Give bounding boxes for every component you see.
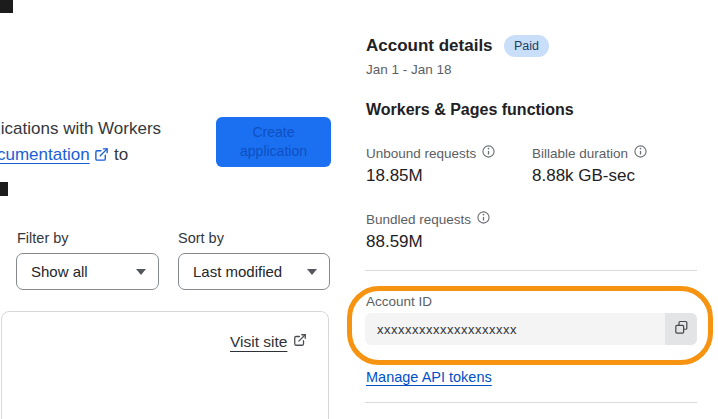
cropped-artifact-left-edge — [0, 182, 8, 196]
stat-label-text: Billable duration — [532, 146, 628, 161]
chevron-down-icon — [136, 269, 146, 275]
copy-icon — [673, 319, 690, 339]
info-icon[interactable] — [477, 211, 490, 227]
unbound-requests-value: 18.85M — [366, 166, 423, 186]
cropped-artifact-top-left — [0, 0, 13, 13]
external-link-icon — [293, 333, 307, 351]
sort-dropdown[interactable]: Last modified — [178, 253, 330, 290]
manage-api-tokens-link[interactable]: Manage API tokens — [366, 369, 492, 385]
chevron-down-icon — [307, 269, 317, 275]
visit-site-label: Visit site — [230, 333, 287, 351]
stat-label-text: Unbound requests — [366, 146, 476, 161]
documentation-link[interactable]: cumentation — [0, 145, 90, 164]
bundled-requests-label: Bundled requests — [366, 211, 490, 227]
intro-line2-suffix: to — [109, 145, 128, 164]
paid-badge: Paid — [504, 35, 549, 57]
external-link-icon — [94, 144, 109, 170]
account-details-title: Account details — [366, 36, 493, 56]
filter-dropdown[interactable]: Show all — [16, 253, 159, 290]
info-icon[interactable] — [634, 145, 647, 161]
filter-by-label: Filter by — [17, 230, 69, 246]
stat-label-text: Bundled requests — [366, 212, 471, 227]
intro-line2: cumentation to — [0, 142, 227, 170]
billable-duration-value: 8.88k GB-sec — [532, 166, 635, 186]
billable-duration-label: Billable duration — [532, 145, 647, 161]
intro-text: lications with Workers cumentation to — [0, 116, 227, 170]
sort-by-label: Sort by — [178, 230, 224, 246]
divider — [365, 402, 697, 403]
info-icon[interactable] — [482, 145, 495, 161]
create-application-button[interactable]: Create application — [216, 117, 331, 167]
bundled-requests-value: 88.59M — [366, 232, 423, 252]
workers-pages-functions-title: Workers & Pages functions — [366, 101, 574, 119]
visit-site-link[interactable]: Visit site — [230, 333, 307, 351]
sort-dropdown-value: Last modified — [193, 263, 299, 280]
copy-button[interactable] — [665, 313, 697, 345]
filter-dropdown-value: Show all — [31, 263, 128, 280]
intro-line1: lications with Workers — [0, 116, 227, 142]
divider — [365, 270, 697, 271]
unbound-requests-label: Unbound requests — [366, 145, 495, 161]
account-id-field-group — [365, 313, 697, 345]
project-card — [1, 311, 329, 419]
account-id-input[interactable] — [365, 313, 697, 345]
account-id-label: Account ID — [366, 294, 432, 309]
date-range: Jan 1 - Jan 18 — [366, 62, 452, 77]
